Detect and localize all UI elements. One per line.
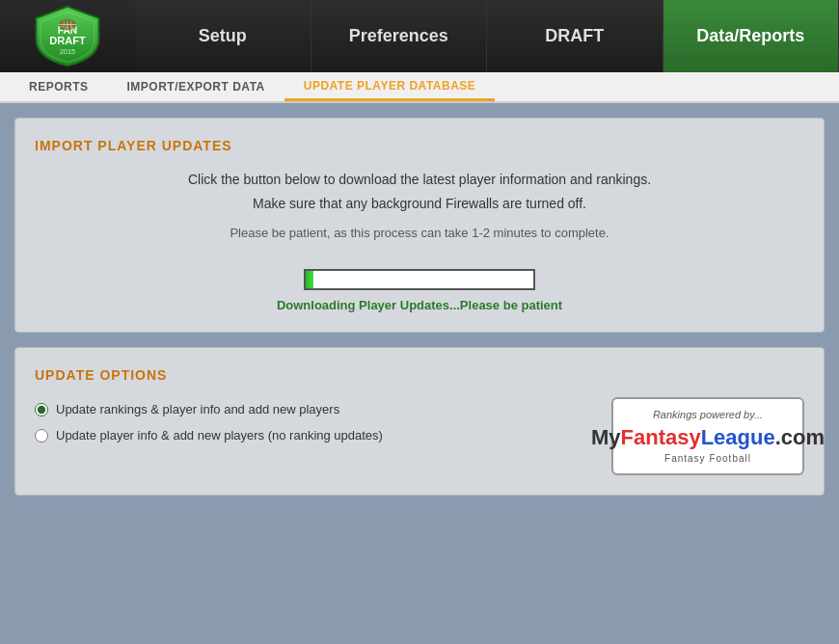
sub-nav-update-player-db[interactable]: UPDATE PLAYER DATABASE — [284, 72, 496, 101]
mfl-logo-box: Rankings powered by... MyFantasyLeague.c… — [611, 397, 804, 474]
mfl-dot-com: .com — [775, 425, 825, 449]
radio-input-1[interactable] — [35, 403, 48, 416]
progress-bar-outer — [304, 269, 535, 290]
nav-item-data-reports[interactable]: Data/Reports — [663, 0, 840, 72]
logo: FAN DRAFT 2015 — [29, 3, 106, 70]
nav-item-draft[interactable]: DRAFT — [487, 0, 663, 72]
mfl-powered-text: Rankings powered by... — [653, 409, 763, 420]
progress-label: Downloading Player Updates...Please be p… — [277, 298, 562, 312]
nav-items: Setup Preferences DRAFT Data/Reports — [135, 0, 839, 72]
import-card-title: IMPORT PLAYER UPDATES — [35, 138, 804, 153]
radio-input-2[interactable] — [35, 429, 48, 443]
radio-options: Update rankings & player info and add ne… — [35, 402, 383, 443]
import-sub-text: Please be patient, as this process can t… — [35, 226, 804, 240]
radio-option-2[interactable]: Update player info & add new players (no… — [35, 428, 383, 443]
nav-item-setup[interactable]: Setup — [135, 0, 311, 72]
sub-nav-import-export[interactable]: IMPORT/EXPORT DATA — [108, 72, 284, 101]
update-options-card: UPDATE OPTIONS Update rankings & player … — [14, 347, 825, 495]
radio-option-1[interactable]: Update rankings & player info and add ne… — [35, 402, 383, 416]
progress-bar-inner — [306, 271, 313, 288]
mfl-sub-text: Fantasy Football — [664, 453, 751, 464]
svg-text:2015: 2015 — [60, 47, 75, 56]
top-navigation: FAN DRAFT 2015 Setup Preferences DRAFT D… — [0, 0, 839, 72]
sub-navigation: REPORTS IMPORT/EXPORT DATA UPDATE PLAYER… — [0, 72, 839, 103]
nav-item-preferences[interactable]: Preferences — [311, 0, 488, 72]
update-options-row: Update rankings & player info and add ne… — [35, 397, 804, 474]
progress-container: Downloading Player Updates...Please be p… — [35, 269, 804, 312]
main-content: IMPORT PLAYER UPDATES Click the button b… — [0, 103, 839, 644]
sub-nav-reports[interactable]: REPORTS — [10, 72, 108, 101]
logo-icon: FAN DRAFT 2015 — [29, 5, 106, 67]
mfl-my: My — [591, 425, 621, 449]
mfl-league: League — [701, 425, 775, 449]
update-options-title: UPDATE OPTIONS — [35, 367, 804, 383]
logo-area: FAN DRAFT 2015 — [0, 0, 135, 72]
import-main-text: Click the button below to download the l… — [35, 168, 804, 216]
import-card: IMPORT PLAYER UPDATES Click the button b… — [14, 118, 825, 333]
mfl-fantasy: Fantasy — [621, 425, 701, 449]
mfl-logo-text: MyFantasyLeague.com — [591, 426, 825, 449]
svg-text:DRAFT: DRAFT — [49, 35, 86, 46]
